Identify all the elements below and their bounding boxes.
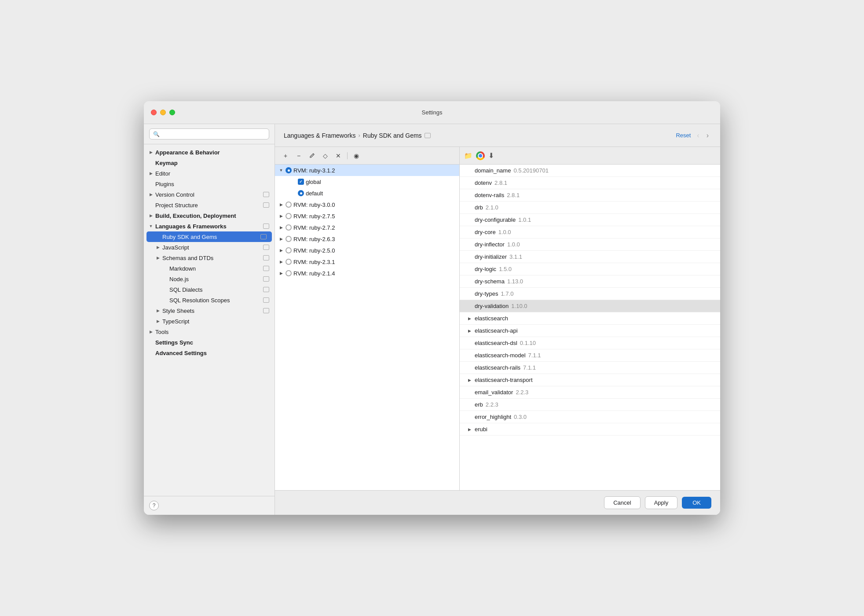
- sidebar-list: ▶Appearance & BehaviorKeymap▶EditorPlugi…: [144, 144, 275, 496]
- gem-name-dry-inflector: dry-inflector: [475, 241, 505, 248]
- gem-row-elasticsearch-api[interactable]: ▶elasticsearch-api: [460, 325, 720, 337]
- gem-row-error_highlight[interactable]: error_highlight0.3.0: [460, 411, 720, 423]
- sdk-row-global[interactable]: global: [275, 176, 459, 187]
- remove-sdk-button[interactable]: −: [293, 150, 305, 161]
- sidebar-item-schemas-dtds[interactable]: ▶Schemas and DTDs: [144, 253, 275, 263]
- sdk-panel: + − ◇ ✕ ◉ ▼RVM: ruby-3.1.2globaldefault▶…: [275, 147, 460, 490]
- collapse-sdk-button[interactable]: ✕: [332, 150, 344, 161]
- edit-sdk-button[interactable]: [306, 150, 318, 161]
- close-button[interactable]: [151, 110, 157, 115]
- sidebar-db-icon-nodejs: [263, 276, 269, 282]
- sidebar-item-ruby-sdk[interactable]: Ruby SDK and Gems: [146, 231, 272, 242]
- gem-row-elasticsearch-transport[interactable]: ▶elasticsearch-transport: [460, 374, 720, 386]
- gem-row-elasticsearch-model[interactable]: elasticsearch-model7.1.1: [460, 349, 720, 362]
- minimize-button[interactable]: [160, 110, 166, 115]
- add-sdk-button[interactable]: +: [279, 150, 292, 161]
- gem-chevron-elasticsearch-transport: ▶: [467, 378, 472, 382]
- gem-row-dry-schema[interactable]: dry-schema1.13.0: [460, 275, 720, 288]
- sdk-radio-rvm-214[interactable]: [286, 270, 292, 276]
- sdk-row-rvm-300[interactable]: ▶RVM: ruby-3.0.0: [275, 199, 459, 210]
- sidebar-label-settings-sync: Settings Sync: [155, 339, 269, 346]
- sdk-row-rvm-231[interactable]: ▶RVM: ruby-2.3.1: [275, 256, 459, 268]
- gem-row-dry-configurable[interactable]: dry-configurable1.0.1: [460, 214, 720, 226]
- nav-forward-button[interactable]: ›: [704, 131, 711, 140]
- gem-row-dry-core[interactable]: dry-core1.0.0: [460, 226, 720, 238]
- help-button[interactable]: ?: [149, 501, 159, 510]
- sidebar-db-icon-ruby-sdk: [260, 234, 267, 239]
- sidebar-item-tools[interactable]: ▶Tools: [144, 326, 275, 337]
- sdk-radio-rvm-263[interactable]: [286, 236, 292, 242]
- sidebar-item-nodejs[interactable]: Node.js: [144, 274, 275, 284]
- sdk-row-rvm-263[interactable]: ▶RVM: ruby-2.6.3: [275, 233, 459, 245]
- sdk-row-rvm-312[interactable]: ▼RVM: ruby-3.1.2: [275, 165, 459, 176]
- gem-row-domain_name[interactable]: domain_name0.5.20190701: [460, 165, 720, 177]
- sidebar-db-icon-sql-dialects: [263, 287, 269, 292]
- sdk-row-rvm-272[interactable]: ▶RVM: ruby-2.7.2: [275, 222, 459, 233]
- search-input[interactable]: [162, 131, 265, 137]
- sidebar-item-sql-resolution[interactable]: SQL Resolution Scopes: [144, 295, 275, 305]
- sdk-radio-rvm-272[interactable]: [286, 224, 292, 231]
- sidebar-item-editor[interactable]: ▶Editor: [144, 168, 275, 179]
- sidebar-item-project-structure[interactable]: Project Structure: [144, 200, 275, 210]
- sidebar-item-keymap[interactable]: Keymap: [144, 158, 275, 168]
- gem-version-domain_name: 0.5.20190701: [513, 167, 549, 174]
- show-sdk-button[interactable]: ◉: [350, 150, 362, 161]
- sdk-radio-rvm-312[interactable]: [286, 167, 292, 173]
- gem-row-dotenv[interactable]: dotenv2.8.1: [460, 177, 720, 189]
- gem-row-dry-types[interactable]: dry-types1.7.0: [460, 288, 720, 300]
- sdk-radio-default[interactable]: [298, 190, 304, 196]
- breadcrumb-db-icon: [425, 133, 431, 138]
- sidebar-chevron-style-sheets: ▶: [155, 308, 161, 313]
- sdk-row-default[interactable]: default: [275, 187, 459, 199]
- gem-name-elasticsearch-model: elasticsearch-model: [475, 352, 526, 359]
- sdk-radio-rvm-250[interactable]: [286, 247, 292, 253]
- sdk-child-name-default: default: [306, 190, 456, 197]
- sdk-chevron-rvm-312: ▼: [278, 168, 284, 172]
- gem-version-email_validator: 2.2.3: [516, 389, 528, 396]
- sidebar-item-languages[interactable]: ▼Languages & Frameworks: [144, 221, 275, 231]
- sidebar-item-settings-sync[interactable]: Settings Sync: [144, 337, 275, 348]
- gem-row-email_validator[interactable]: email_validator2.2.3: [460, 386, 720, 399]
- sidebar-item-version-control[interactable]: ▶Version Control: [144, 189, 275, 200]
- reset-button[interactable]: Reset: [676, 132, 691, 139]
- settings-window: Settings 🔍 ▶Appearance & BehaviorKeymap▶…: [144, 101, 720, 515]
- sidebar-item-advanced-settings[interactable]: Advanced Settings: [144, 348, 275, 358]
- cancel-button[interactable]: Cancel: [604, 496, 640, 509]
- sdk-radio-rvm-300[interactable]: [286, 202, 292, 208]
- sidebar-item-sql-dialects[interactable]: SQL Dialects: [144, 284, 275, 295]
- gem-row-erubi[interactable]: ▶erubi: [460, 423, 720, 436]
- sidebar-item-markdown[interactable]: Markdown: [144, 263, 275, 274]
- gem-version-dotenv-rails: 2.8.1: [507, 192, 520, 198]
- sdk-radio-rvm-231[interactable]: [286, 259, 292, 265]
- maximize-button[interactable]: [169, 110, 175, 115]
- sidebar-item-appearance[interactable]: ▶Appearance & Behavior: [144, 147, 275, 158]
- sidebar-item-plugins[interactable]: Plugins: [144, 179, 275, 189]
- sidebar-item-javascript[interactable]: ▶JavaScript: [144, 242, 275, 253]
- sdk-radio-rvm-275[interactable]: [286, 213, 292, 219]
- nav-back-button[interactable]: ‹: [694, 131, 702, 140]
- sdk-row-rvm-275[interactable]: ▶RVM: ruby-2.7.5: [275, 210, 459, 222]
- sdk-row-rvm-214[interactable]: ▶RVM: ruby-2.1.4: [275, 268, 459, 279]
- gem-row-dry-validation[interactable]: dry-validation1.10.0: [460, 300, 720, 312]
- sidebar-item-build[interactable]: ▶Build, Execution, Deployment: [144, 210, 275, 221]
- gem-row-dotenv-rails[interactable]: dotenv-rails2.8.1: [460, 189, 720, 202]
- gem-row-dry-initializer[interactable]: dry-initializer3.1.1: [460, 251, 720, 263]
- ok-button[interactable]: OK: [682, 497, 711, 509]
- gem-row-drb[interactable]: drb2.1.0: [460, 202, 720, 214]
- gem-name-dotenv: dotenv: [475, 180, 492, 186]
- gem-row-dry-inflector[interactable]: dry-inflector1.0.0: [460, 238, 720, 251]
- sdk-checkbox-global[interactable]: [298, 179, 304, 185]
- move-sdk-button[interactable]: ◇: [319, 150, 331, 161]
- sdk-row-rvm-250[interactable]: ▶RVM: ruby-2.5.0: [275, 245, 459, 256]
- apply-button[interactable]: Apply: [645, 496, 678, 509]
- gem-row-dry-logic[interactable]: dry-logic1.5.0: [460, 263, 720, 275]
- gem-row-elasticsearch[interactable]: ▶elasticsearch: [460, 312, 720, 325]
- sidebar-item-style-sheets[interactable]: ▶Style Sheets: [144, 305, 275, 316]
- search-input-wrap[interactable]: 🔍: [149, 128, 269, 139]
- sidebar-chevron-build: ▶: [148, 213, 154, 218]
- gem-row-elasticsearch-dsl[interactable]: elasticsearch-dsl0.1.10: [460, 337, 720, 349]
- gem-version-dry-logic: 1.5.0: [499, 266, 512, 272]
- gem-row-erb[interactable]: erb2.2.3: [460, 399, 720, 411]
- gem-row-elasticsearch-rails[interactable]: elasticsearch-rails7.1.1: [460, 362, 720, 374]
- sidebar-item-typescript[interactable]: ▶TypeScript: [144, 316, 275, 326]
